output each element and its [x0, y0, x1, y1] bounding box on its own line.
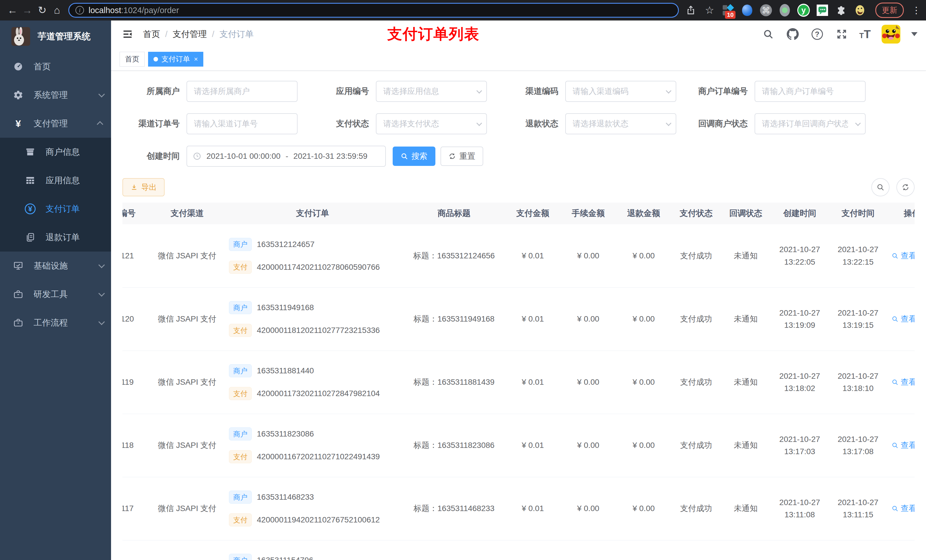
- fullscreen-icon[interactable]: [835, 27, 849, 41]
- tag-home[interactable]: 首页: [120, 52, 145, 66]
- app-title: 芋道管理系统: [38, 30, 91, 42]
- extension-chat-icon[interactable]: [816, 4, 829, 17]
- view-details-link[interactable]: 查看详情: [891, 314, 915, 325]
- logo-rabbit-avatar: [11, 27, 30, 46]
- back-icon[interactable]: ←: [5, 3, 20, 18]
- merchant-order-no-input[interactable]: [755, 81, 865, 102]
- shop-icon: [24, 146, 36, 158]
- cell-notify-status: 未通知: [721, 350, 770, 414]
- tags-view: 首页 支付订单 ×: [111, 48, 926, 71]
- filter-label-refund-status: 退款状态: [501, 118, 565, 130]
- reset-button[interactable]: 重置: [440, 146, 483, 166]
- channel-order-no-input[interactable]: [186, 113, 298, 134]
- sidebar-item-infrastructure[interactable]: 基础设施: [0, 252, 111, 280]
- active-dot: [153, 57, 158, 62]
- view-details-link[interactable]: 查看详情: [891, 251, 915, 261]
- col-notify-status: 回调状态: [721, 202, 770, 224]
- sidebar-item-payment[interactable]: ¥ 支付管理: [0, 109, 111, 138]
- merchant-order-no: 1635312124657: [257, 240, 314, 249]
- view-details-link[interactable]: 查看详情: [891, 440, 915, 451]
- export-button[interactable]: 导出: [123, 178, 165, 196]
- refresh-table-button[interactable]: [896, 178, 915, 196]
- sidebar-item-label: 应用信息: [45, 175, 80, 186]
- date-separator: -: [286, 152, 288, 161]
- sidebar-item-merchant-info[interactable]: 商户信息: [0, 138, 111, 166]
- col-refund: 退款金额: [616, 202, 672, 224]
- app-header: 首页 / 支付管理 / 支付订单 支付订单列表 ? TT: [111, 21, 926, 48]
- close-icon[interactable]: ×: [194, 55, 198, 63]
- bookmark-star-icon[interactable]: ☆: [703, 4, 716, 17]
- app-select[interactable]: [376, 81, 487, 102]
- cell-pay-status: 支付成功: [672, 350, 721, 414]
- extensions-puzzle-icon[interactable]: [835, 4, 847, 17]
- filter-label-app: 应用编号: [312, 86, 376, 97]
- profile-emoji-avatar[interactable]: [854, 4, 866, 17]
- logo[interactable]: 芋道管理系统: [0, 21, 111, 52]
- refresh-icon: [902, 183, 909, 191]
- extension-tabs-icon[interactable]: 10: [722, 4, 735, 17]
- tag-pay-order[interactable]: 支付订单 ×: [148, 52, 203, 66]
- breadcrumb-home[interactable]: 首页: [143, 29, 160, 40]
- breadcrumb-separator: /: [165, 29, 168, 39]
- home-icon[interactable]: ⌂: [50, 3, 64, 18]
- col-fee: 手续金额: [560, 202, 616, 224]
- update-button[interactable]: 更新: [875, 3, 904, 18]
- site-info-icon[interactable]: i: [76, 6, 84, 15]
- yen-icon: ¥: [12, 118, 24, 129]
- cell-amount: [505, 540, 561, 560]
- cell-pay-time: 2021-10-2713:22:15: [829, 224, 887, 287]
- date-range-input[interactable]: 2021-10-01 00:00:00 - 2021-10-31 23:59:5…: [186, 146, 386, 167]
- table-row: 117 微信 JSAPI 支付 商户 1635311468233 支付 4200…: [123, 477, 915, 540]
- extension-command-icon[interactable]: ⌘: [760, 4, 772, 17]
- sidebar-item-home[interactable]: 首页: [0, 52, 111, 81]
- search-icon[interactable]: [761, 27, 775, 41]
- merchant-input[interactable]: [186, 81, 298, 102]
- help-icon[interactable]: ?: [810, 27, 824, 41]
- toggle-search-button[interactable]: [872, 178, 890, 196]
- collapse-sidebar-icon[interactable]: [121, 28, 134, 41]
- extension-y-icon[interactable]: y: [797, 4, 810, 17]
- refund-status-select[interactable]: [565, 113, 676, 134]
- sidebar-item-workflow[interactable]: 工作流程: [0, 308, 111, 337]
- date-start: 2021-10-01 00:00:00: [206, 152, 280, 161]
- channel-code-select[interactable]: [565, 81, 676, 102]
- table-row: 119 微信 JSAPI 支付 商户 1635311881440 支付 4200…: [123, 350, 915, 414]
- notify-status-select[interactable]: [755, 113, 865, 134]
- address-bar[interactable]: i localhost:1024/pay/order: [68, 3, 679, 18]
- share-icon[interactable]: [684, 4, 697, 17]
- sidebar-item-label: 工作流程: [33, 317, 68, 329]
- cell-action: 查看详情: [887, 287, 915, 350]
- search-button[interactable]: 搜索: [393, 146, 436, 166]
- forward-icon[interactable]: →: [20, 3, 35, 18]
- breadcrumb-section[interactable]: 支付管理: [172, 29, 207, 40]
- extension-balloon-icon[interactable]: [741, 4, 754, 17]
- cell-pay-order: 商户 1635311949168 支付 42000011812021102777…: [222, 287, 403, 350]
- sidebar-item-label: 退款订单: [45, 232, 80, 243]
- cell-action: 查看详情: [887, 477, 915, 540]
- cell-pay-status: 支付成功: [672, 224, 721, 287]
- cell-pay-order: 商户 1635311468233 支付 42000011942021102767…: [222, 477, 403, 540]
- sidebar-item-dev-tools[interactable]: 研发工具: [0, 280, 111, 308]
- view-details-link[interactable]: 查看详情: [891, 377, 915, 388]
- magnifier-icon: [891, 442, 899, 449]
- sidebar-item-system[interactable]: 系统管理: [0, 81, 111, 109]
- extension-recorder-icon[interactable]: [779, 4, 791, 17]
- circled-yen-icon: ¥: [24, 203, 36, 214]
- avatar-caret-icon[interactable]: [911, 32, 917, 36]
- github-icon[interactable]: [786, 27, 800, 41]
- reload-icon[interactable]: ↻: [35, 3, 50, 18]
- font-size-icon[interactable]: TT: [859, 28, 871, 41]
- pay-tag: 支付: [229, 261, 252, 274]
- chevron-down-icon: [98, 290, 105, 297]
- pay-status-select[interactable]: [376, 113, 487, 134]
- cell-pay-time: 2021-10-2713:11:15: [829, 477, 887, 540]
- browser-menu-icon[interactable]: ⋮: [912, 5, 921, 16]
- sidebar-item-app-info[interactable]: 应用信息: [0, 166, 111, 195]
- merchant-order-no: 1635311468233: [257, 492, 314, 502]
- filter-label-merchant: 所属商户: [123, 86, 186, 97]
- sidebar-item-refund-order[interactable]: 退款订单: [0, 223, 111, 252]
- user-avatar[interactable]: [882, 25, 900, 44]
- view-details-link[interactable]: 查看详情: [891, 503, 915, 514]
- sidebar-item-pay-order[interactable]: ¥ 支付订单: [0, 195, 111, 223]
- document-icon: [24, 232, 36, 243]
